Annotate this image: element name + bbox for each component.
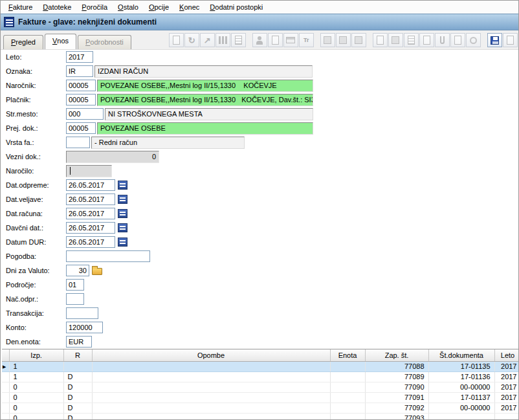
cell-leto[interactable]: 2017 — [494, 403, 518, 413]
cell-opombe[interactable] — [92, 403, 330, 413]
cell-zap-st[interactable]: 77090 — [365, 382, 428, 392]
tool-box-icon-2-button[interactable] — [336, 33, 351, 47]
attachment-icon-button[interactable] — [435, 33, 450, 47]
cell-zap-st[interactable]: 77092 — [365, 403, 428, 413]
col-header-enota[interactable]: Enota — [330, 349, 365, 361]
podrocje-input[interactable] — [66, 279, 84, 291]
strmesto-code-input[interactable] — [66, 108, 104, 120]
package-icon-button[interactable] — [388, 33, 403, 47]
tab-pregled[interactable]: Pregled — [3, 35, 43, 49]
cell-izp[interactable]: 0 — [9, 382, 63, 392]
grid-row[interactable]: 1 77088 17-01135 2017 — [2, 361, 518, 371]
transfer-icon-button[interactable]: Tr — [299, 33, 314, 47]
narocnik-code-input[interactable] — [66, 80, 96, 91]
dat-odpreme-calendar-button[interactable] — [118, 181, 127, 190]
oznaka-code-input[interactable] — [66, 65, 93, 77]
cell-izp[interactable]: 1 — [9, 371, 63, 382]
cell-st-dokumenta[interactable]: 17-01137 — [428, 392, 494, 403]
cell-leto[interactable]: 2017 — [494, 361, 518, 371]
cell-r[interactable]: D — [63, 392, 92, 403]
menu-konec[interactable]: Konec — [174, 1, 204, 13]
dat-veljave-input[interactable] — [66, 193, 115, 205]
cell-zap-st[interactable]: 77093 — [365, 413, 428, 419]
den-enota-input[interactable] — [66, 336, 92, 348]
cell-st-dokumenta[interactable]: 00-00000 — [428, 382, 494, 392]
cell-izp[interactable]: 0 — [9, 392, 63, 403]
tool-box-icon-1-button[interactable] — [320, 33, 335, 47]
col-header-zap-st[interactable]: Zap. št. — [365, 349, 428, 361]
copy-document-icon-button[interactable] — [373, 33, 388, 47]
cell-r[interactable] — [63, 361, 92, 371]
cell-enota[interactable] — [330, 403, 365, 413]
cell-opombe[interactable] — [92, 413, 330, 419]
tab-podrobnosti[interactable]: Podrobnosti — [78, 35, 131, 49]
export-icon-button[interactable] — [503, 33, 518, 47]
grid-row[interactable]: 0 D 77090 00-00000 2017 — [2, 382, 518, 392]
cell-opombe[interactable] — [92, 371, 330, 382]
datum-dur-calendar-button[interactable] — [118, 238, 127, 247]
menu-dodatni-postopki[interactable]: Dodatni postopki — [204, 1, 268, 13]
invoice-person-icon-button[interactable] — [252, 33, 267, 47]
cell-st-dokumenta[interactable]: 17-01136 — [428, 371, 494, 382]
report-icon-button[interactable] — [231, 33, 246, 47]
dat-veljave-calendar-button[interactable] — [118, 195, 127, 204]
cell-st-dokumenta[interactable] — [428, 413, 494, 419]
menu-fakture[interactable]: Fakture — [3, 1, 38, 13]
col-header-leto[interactable]: Leto — [494, 349, 518, 361]
dat-racuna-input[interactable] — [66, 208, 115, 219]
cell-leto[interactable]: 2017 — [494, 382, 518, 392]
dni-za-valuto-lookup-button[interactable] — [92, 266, 102, 275]
cell-enota[interactable] — [330, 382, 365, 392]
vrstafa-code-input[interactable] — [66, 137, 90, 148]
new-document-icon-button[interactable] — [169, 33, 184, 47]
stamp-icon-button[interactable] — [450, 33, 465, 47]
menu-opcije[interactable]: Opcije — [144, 1, 174, 13]
cell-opombe[interactable] — [92, 361, 330, 371]
refresh-icon-button[interactable] — [184, 33, 199, 47]
document-icon-button[interactable] — [419, 33, 434, 47]
col-header-izp[interactable]: Izp. — [9, 349, 63, 361]
nac-odpr-input[interactable] — [66, 293, 84, 305]
datum-dur-input[interactable] — [66, 236, 115, 248]
placnik-code-input[interactable] — [66, 94, 96, 105]
cell-enota[interactable] — [330, 413, 365, 419]
dni-za-valuto-input[interactable] — [66, 265, 89, 276]
cell-leto[interactable]: 2017 — [494, 371, 518, 382]
tool-box-icon-3-button[interactable] — [351, 33, 366, 47]
cell-opombe[interactable] — [92, 382, 330, 392]
cell-enota[interactable] — [330, 371, 365, 382]
cell-st-dokumenta[interactable]: 17-01135 — [428, 361, 494, 371]
chart-bars-icon-button[interactable] — [215, 33, 230, 47]
cell-r[interactable]: D — [63, 413, 92, 419]
menu-datoteke[interactable]: Datoteke — [38, 1, 76, 13]
cell-izp[interactable]: 1 — [9, 361, 63, 371]
save-icon-button[interactable] — [487, 33, 502, 47]
prejdok-code-input[interactable] — [66, 122, 96, 134]
col-header-st-dokumenta[interactable]: Št.dokumenta — [428, 349, 494, 361]
cell-enota[interactable] — [330, 361, 365, 371]
pogodba-input[interactable] — [66, 250, 150, 262]
cell-zap-st[interactable]: 77089 — [365, 371, 428, 382]
payment-document-icon-button[interactable] — [268, 33, 283, 47]
grid-row[interactable]: 0 D 77091 17-01137 2017 — [2, 392, 518, 403]
cell-leto[interactable] — [494, 413, 518, 419]
cell-r[interactable]: D — [63, 371, 92, 382]
cell-st-dokumenta[interactable]: 00-00000 — [428, 403, 494, 413]
cell-izp[interactable]: 0 — [9, 413, 63, 419]
col-header-opombe[interactable]: Opombe — [92, 349, 330, 361]
dat-odpreme-input[interactable] — [66, 179, 115, 191]
davcni-dat-input[interactable] — [66, 222, 115, 234]
davcni-dat-calendar-button[interactable] — [118, 223, 127, 232]
grid-row[interactable]: 0 D 77092 00-00000 2017 — [2, 403, 518, 413]
card-icon-button[interactable] — [283, 33, 298, 47]
dat-racuna-calendar-button[interactable] — [118, 209, 127, 218]
tab-vnos[interactable]: Vnos — [45, 34, 76, 49]
grid-row[interactable]: 1 D 77089 17-01136 2017 — [2, 371, 518, 382]
cell-r[interactable]: D — [63, 382, 92, 392]
menu-ostalo[interactable]: Ostalo — [113, 1, 144, 13]
transakcija-input[interactable] — [66, 307, 98, 319]
konto-input[interactable] — [66, 322, 103, 333]
cell-enota[interactable] — [330, 392, 365, 403]
cell-izp[interactable]: 0 — [9, 403, 63, 413]
cell-opombe[interactable] — [92, 392, 330, 403]
